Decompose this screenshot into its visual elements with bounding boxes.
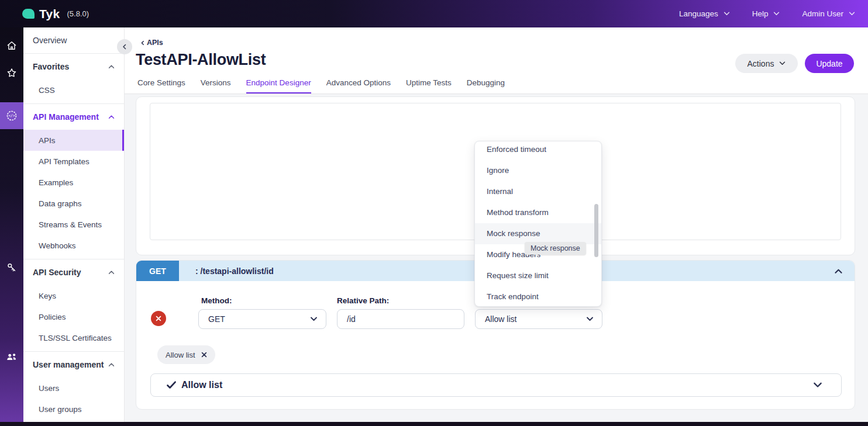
sidebar-item-css[interactable]: CSS: [23, 79, 124, 101]
chevron-up-icon: [108, 115, 115, 119]
sidebar-header-api-management[interactable]: API Management: [23, 104, 124, 130]
data-graphs-label: Data graphs: [39, 199, 82, 208]
sidebar-overview-label: Overview: [33, 36, 67, 45]
api-management-header-label: API Management: [33, 112, 99, 122]
sidebar-item-keys[interactable]: Keys: [23, 285, 124, 306]
actions-button[interactable]: Actions: [735, 54, 798, 73]
api-gear-icon[interactable]: </>: [0, 102, 23, 129]
chevron-down-icon: [779, 61, 786, 65]
dropdown-item-request-size-limit[interactable]: Request size limit: [475, 265, 601, 286]
users-icon[interactable]: [0, 345, 23, 369]
plugin-dropdown-list: Enforced timeout Ignore Internal Method …: [475, 141, 601, 307]
dropdown-scrollbar-thumb[interactable]: [594, 204, 598, 257]
tab-endpoint-designer[interactable]: Endpoint Designer: [246, 78, 311, 93]
sidebar-section-favorites: Favorites CSS: [23, 54, 124, 104]
sidebar-item-streams-events[interactable]: Streams & Events: [23, 214, 124, 235]
users-label: Users: [39, 384, 59, 393]
svg-text:</>: </>: [8, 113, 15, 118]
sidebar-item-webhooks[interactable]: Webhooks: [23, 235, 124, 256]
tab-versions[interactable]: Versions: [201, 78, 231, 93]
key-icon[interactable]: [0, 256, 23, 279]
app-window: Tyk (5.8.0) Languages Help Admin User: [0, 0, 868, 426]
remove-chip-icon[interactable]: [201, 352, 207, 358]
plugin-chip-label: Allow list: [166, 351, 195, 359]
remove-endpoint-button[interactable]: [151, 311, 166, 326]
relative-path-input[interactable]: [337, 309, 464, 329]
sidebar-header-favorites[interactable]: Favorites: [23, 54, 124, 79]
dropdown-item-enforced-timeout[interactable]: Enforced timeout: [475, 141, 601, 160]
update-button-label: Update: [816, 59, 842, 68]
tab-bar: Core Settings Versions Endpoint Designer…: [137, 78, 505, 93]
api-security-header-label: API Security: [33, 268, 81, 277]
chevron-up-icon: [834, 269, 843, 274]
expand-panel-icon[interactable]: [813, 382, 822, 388]
sidebar-item-tls-ssl-certificates[interactable]: TLS/SSL Certificates: [23, 327, 124, 348]
window-bottom-edge: [0, 422, 868, 426]
breadcrumb[interactable]: APIs: [140, 39, 163, 47]
method-badge: GET: [136, 261, 179, 281]
dropdown-item-internal[interactable]: Internal: [475, 181, 601, 202]
css-label: CSS: [39, 86, 55, 95]
dropdown-item-method-transform[interactable]: Method transform: [475, 202, 601, 223]
sidebar-section-api-security: API Security Keys Policies TLS/SSL Certi…: [23, 259, 124, 352]
page-title: TestAPI-AllowList: [136, 51, 266, 69]
dropdown-item-mock-response[interactable]: Mock response: [475, 223, 601, 244]
star-icon[interactable]: [0, 61, 23, 85]
plugin-dropdown: Enforced timeout Ignore Internal Method …: [474, 141, 602, 307]
plugin-select[interactable]: Allow list: [475, 309, 602, 329]
breadcrumb-label: APIs: [147, 39, 163, 47]
mock-response-tooltip: Mock response: [525, 242, 586, 255]
sidebar-collapse-button[interactable]: [117, 39, 132, 54]
api-templates-label: API Templates: [39, 157, 89, 166]
languages-menu[interactable]: Languages: [679, 9, 730, 18]
sidebar-item-overview[interactable]: Overview: [23, 27, 124, 54]
sidebar: Overview Favorites CSS API Management AP…: [23, 27, 125, 426]
user-groups-label: User groups: [39, 405, 82, 414]
sidebar-item-data-graphs[interactable]: Data graphs: [23, 193, 124, 214]
sidebar-item-user-groups[interactable]: User groups: [23, 399, 124, 420]
tab-advanced-options[interactable]: Advanced Options: [326, 78, 391, 93]
chevron-down-icon: [773, 12, 780, 16]
version-label: (5.8.0): [67, 9, 89, 18]
icon-rail: </>: [0, 27, 23, 426]
sidebar-item-examples[interactable]: Examples: [23, 172, 124, 193]
sidebar-item-api-templates[interactable]: API Templates: [23, 151, 124, 172]
sidebar-item-apis[interactable]: APIs: [23, 130, 124, 151]
sidebar-item-policies[interactable]: Policies: [23, 306, 124, 327]
tab-uptime-tests[interactable]: Uptime Tests: [406, 78, 452, 93]
languages-label: Languages: [679, 9, 718, 18]
allow-list-panel-title: Allow list: [181, 380, 222, 390]
webhooks-label: Webhooks: [39, 241, 76, 250]
update-button[interactable]: Update: [805, 54, 854, 73]
top-navbar: Tyk (5.8.0) Languages Help Admin User: [0, 0, 868, 27]
collapse-endpoint-icon[interactable]: [834, 266, 843, 276]
sidebar-header-user-management[interactable]: User management: [23, 352, 124, 377]
chevron-down-icon: [849, 12, 855, 16]
sidebar-item-users[interactable]: Users: [23, 377, 124, 399]
sidebar-header-api-security[interactable]: API Security: [23, 259, 124, 285]
allow-list-panel[interactable]: Allow list: [150, 373, 842, 397]
chevron-down-icon: [724, 12, 730, 16]
admin-user-menu[interactable]: Admin User: [802, 9, 855, 18]
brand-name: Tyk: [39, 7, 60, 21]
tooltip-label: Mock response: [531, 244, 580, 252]
tls-ssl-label: TLS/SSL Certificates: [39, 334, 112, 342]
help-menu[interactable]: Help: [752, 9, 780, 18]
tyk-logo[interactable]: Tyk (5.8.0): [22, 7, 89, 21]
tab-debugging[interactable]: Debugging: [467, 78, 505, 93]
apis-label: APIs: [39, 136, 56, 145]
admin-user-label: Admin User: [802, 9, 843, 18]
dropdown-item-ignore[interactable]: Ignore: [475, 160, 601, 181]
dropdown-item-track-endpoint[interactable]: Track endpoint: [475, 286, 601, 307]
chevron-down-icon: [586, 317, 594, 321]
chevron-left-icon: [122, 44, 128, 50]
examples-label: Examples: [39, 178, 73, 187]
user-management-header-label: User management: [33, 360, 104, 369]
home-icon[interactable]: [0, 34, 23, 57]
chevron-down-icon: [813, 382, 822, 388]
relative-path-field-label: Relative Path:: [337, 296, 389, 305]
method-select[interactable]: GET: [198, 309, 326, 329]
streams-events-label: Streams & Events: [39, 220, 102, 229]
tab-core-settings[interactable]: Core Settings: [137, 78, 185, 93]
chevron-down-icon: [310, 317, 318, 321]
